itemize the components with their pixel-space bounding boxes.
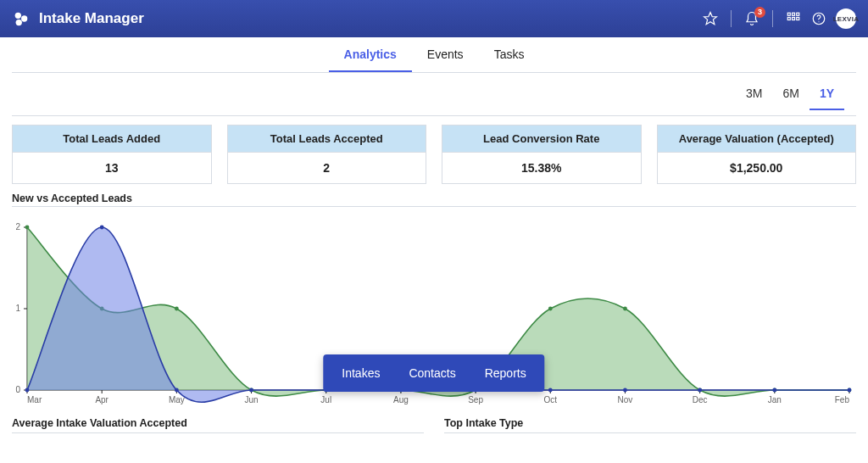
kpi-value: $1,250.00 [658,153,856,183]
main-tabs: Analytics Events Tasks [12,37,856,73]
brand: Intake Manager [12,9,144,28]
svg-point-0 [15,13,21,19]
brand-logo-icon [12,9,31,28]
svg-text:Aug: Aug [393,395,409,404]
kpi-card-conversion-rate: Lead Conversion Rate 15.38% [442,125,642,184]
section-title-leads: New vs Accepted Leads [0,189,868,206]
bell-icon[interactable]: 3 [743,10,760,27]
app-root: Intake Manager 3 LEXVIA Analytics Events [0,0,868,463]
svg-point-2 [16,20,22,25]
section-title: Average Intake Valuation Accepted [12,417,424,429]
top-icon-group: 3 LEXVIA [702,8,856,29]
apps-grid-icon[interactable] [785,10,802,27]
quick-action-intakes[interactable]: Intakes [337,363,385,383]
tab-tasks[interactable]: Tasks [479,39,540,72]
range-1y[interactable]: 1Y [810,81,844,110]
svg-text:1: 1 [15,304,20,313]
svg-text:Jul: Jul [320,395,331,404]
svg-point-51 [548,307,553,311]
kpi-card-total-leads-added: Total Leads Added 13 [12,125,212,184]
time-range: 3M 6M 1Y [736,81,844,110]
tab-analytics[interactable]: Analytics [329,39,412,72]
svg-point-46 [175,307,179,311]
svg-point-1 [21,15,27,21]
svg-rect-6 [797,13,799,15]
svg-point-44 [25,226,30,230]
svg-point-59 [249,388,253,393]
kpi-row: Total Leads Added 13 Total Leads Accepte… [0,116,868,189]
top-bar: Intake Manager 3 LEXVIA [0,0,868,37]
svg-rect-5 [793,13,795,15]
svg-marker-3 [704,13,717,25]
svg-point-52 [623,307,627,311]
kpi-value: 13 [13,153,211,183]
svg-rect-9 [797,18,799,20]
svg-text:Mar: Mar [27,395,42,404]
avatar[interactable]: LEXVIA [836,8,856,29]
separator [731,10,732,27]
range-3m[interactable]: 3M [736,81,772,110]
kpi-header: Lead Conversion Rate [442,126,641,153]
svg-rect-7 [787,18,790,20]
svg-point-63 [548,388,553,393]
quick-action-bar: Intakes Contacts Reports [323,354,544,392]
svg-text:Nov: Nov [618,395,633,404]
separator [772,10,773,27]
kpi-header: Total Leads Accepted [228,126,426,153]
quick-action-reports[interactable]: Reports [480,363,531,383]
svg-point-65 [698,388,702,393]
svg-text:Oct: Oct [543,395,557,404]
section-title: Top Intake Type [444,417,856,429]
star-icon[interactable] [702,10,719,27]
help-icon[interactable] [810,10,827,27]
bottom-sections: Average Intake Valuation Accepted Top In… [12,417,856,433]
kpi-value: 15.38% [442,153,641,183]
svg-text:Feb: Feb [835,395,850,404]
quick-action-contacts[interactable]: Contacts [403,363,460,383]
svg-point-67 [848,388,852,393]
section-divider [12,432,424,433]
section-divider [12,206,856,207]
svg-point-58 [175,388,179,393]
kpi-card-avg-valuation: Average Valuation (Accepted) $1,250.00 [657,125,857,184]
leads-chart: 012MarAprMayJunJulAugSepOctNovDecJanFeb … [12,214,856,410]
notification-badge: 3 [754,7,765,18]
svg-text:2: 2 [15,222,20,232]
svg-rect-8 [793,18,795,20]
svg-point-57 [100,226,104,230]
svg-point-11 [818,21,819,22]
svg-point-64 [623,388,627,393]
time-range-row: 3M 6M 1Y [12,73,856,116]
kpi-header: Average Valuation (Accepted) [658,126,856,153]
kpi-card-total-leads-accepted: Total Leads Accepted 2 [227,125,427,184]
section-divider [444,432,856,433]
section-avg-valuation: Average Intake Valuation Accepted [12,417,424,433]
svg-text:Jan: Jan [768,395,782,404]
app-title: Intake Manager [39,10,144,27]
svg-text:Jun: Jun [244,395,258,404]
range-6m[interactable]: 6M [772,81,809,110]
svg-text:Sep: Sep [468,395,483,404]
svg-text:Apr: Apr [95,395,108,404]
svg-text:May: May [169,395,185,404]
svg-point-56 [25,388,30,393]
kpi-value: 2 [228,153,426,183]
svg-point-66 [772,388,776,393]
section-top-intake-type: Top Intake Type [444,417,856,433]
svg-rect-4 [787,13,790,15]
svg-text:Dec: Dec [693,395,708,404]
tab-events[interactable]: Events [412,39,479,72]
svg-text:0: 0 [15,385,20,394]
kpi-header: Total Leads Added [13,126,211,153]
